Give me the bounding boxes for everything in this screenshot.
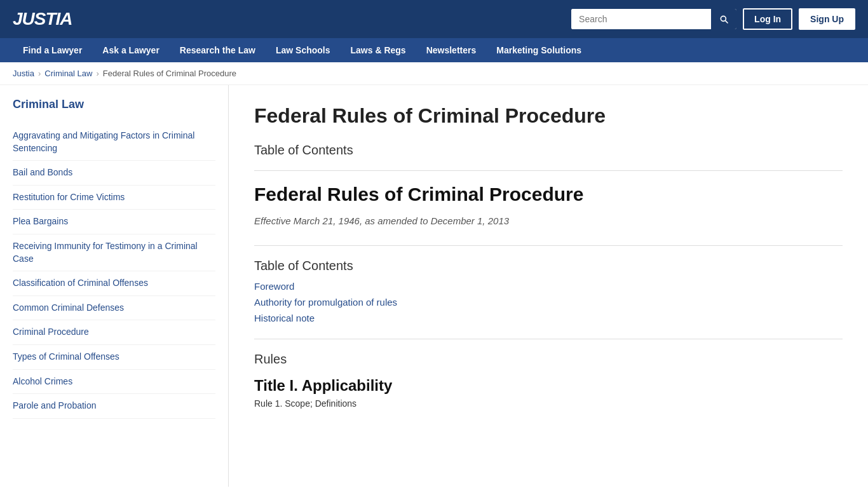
- sidebar-item-plea[interactable]: Plea Bargains: [13, 210, 215, 234]
- sidebar: Criminal Law Aggravating and Mitigating …: [0, 85, 229, 487]
- sidebar-item-parole[interactable]: Parole and Probation: [13, 394, 215, 419]
- rule-1-label: Rule 1. Scope; Definitions: [254, 398, 843, 409]
- breadcrumb-criminal-law[interactable]: Criminal Law: [44, 69, 92, 78]
- toc-heading: Table of Contents: [254, 259, 843, 273]
- effective-date: Effective March 21, 1946, as amended to …: [254, 215, 843, 226]
- nav-item-newsletters[interactable]: Newsletters: [416, 38, 487, 62]
- toc-label-top: Table of Contents: [254, 143, 843, 158]
- signup-button[interactable]: Sign Up: [799, 8, 855, 30]
- divider-2: [254, 245, 843, 246]
- main-content: Federal Rules of Criminal Procedure Tabl…: [229, 85, 868, 487]
- main-layout: Criminal Law Aggravating and Mitigating …: [0, 85, 868, 487]
- sidebar-item-bail[interactable]: Bail and Bonds: [13, 161, 215, 186]
- sidebar-item-aggravating[interactable]: Aggravating and Mitigating Factors in Cr…: [13, 124, 215, 161]
- nav-item-research-the-law[interactable]: Research the Law: [170, 38, 266, 62]
- nav-item-law-schools[interactable]: Law Schools: [266, 38, 341, 62]
- rules-heading: Rules: [254, 352, 843, 367]
- sidebar-item-classification[interactable]: Classification of Criminal Offenses: [13, 271, 215, 296]
- sidebar-title: Criminal Law: [13, 98, 215, 111]
- breadcrumb-current: Federal Rules of Criminal Procedure: [103, 69, 236, 78]
- toc-link-authority[interactable]: Authority for promulgation of rules: [254, 297, 843, 308]
- breadcrumb-separator-2: ›: [96, 69, 98, 78]
- search-button[interactable]: [711, 9, 736, 29]
- toc-link-foreword[interactable]: Foreword: [254, 281, 843, 292]
- site-logo[interactable]: JUSTIA: [13, 9, 72, 29]
- header-right: Log In Sign Up: [571, 8, 855, 30]
- nav-item-laws-regs[interactable]: Laws & Regs: [341, 38, 416, 62]
- sidebar-item-alcohol[interactable]: Alcohol Crimes: [13, 370, 215, 395]
- sidebar-item-restitution[interactable]: Restitution for Crime Victims: [13, 186, 215, 210]
- divider-1: [254, 170, 843, 171]
- site-header: JUSTIA Log In Sign Up: [0, 0, 868, 38]
- sidebar-item-defenses[interactable]: Common Criminal Defenses: [13, 296, 215, 321]
- toc-link-historical[interactable]: Historical note: [254, 313, 843, 323]
- sidebar-item-procedure[interactable]: Criminal Procedure: [13, 320, 215, 345]
- sidebar-item-types[interactable]: Types of Criminal Offenses: [13, 345, 215, 370]
- nav-item-find-a-lawyer[interactable]: Find a Lawyer: [13, 38, 92, 62]
- breadcrumb: Justia › Criminal Law › Federal Rules of…: [0, 62, 868, 85]
- breadcrumb-separator-1: ›: [38, 69, 41, 78]
- nav-item-marketing-solutions[interactable]: Marketing Solutions: [486, 38, 592, 62]
- toc-section: Table of Contents Foreword Authority for…: [254, 259, 843, 323]
- divider-3: [254, 339, 843, 339]
- login-button[interactable]: Log In: [743, 8, 792, 30]
- sidebar-item-immunity[interactable]: Receiving Immunity for Testimony in a Cr…: [13, 234, 215, 271]
- search-input[interactable]: [571, 9, 711, 29]
- search-container: [571, 9, 736, 29]
- breadcrumb-justia[interactable]: Justia: [13, 69, 34, 78]
- page-title: Federal Rules of Criminal Procedure: [254, 104, 843, 128]
- search-icon: [719, 14, 729, 24]
- title-i-heading: Title I. Applicability: [254, 377, 843, 395]
- main-nav: Find a Lawyer Ask a Lawyer Research the …: [0, 38, 868, 62]
- nav-item-ask-a-lawyer[interactable]: Ask a Lawyer: [92, 38, 170, 62]
- document-title: Federal Rules of Criminal Procedure: [254, 184, 843, 205]
